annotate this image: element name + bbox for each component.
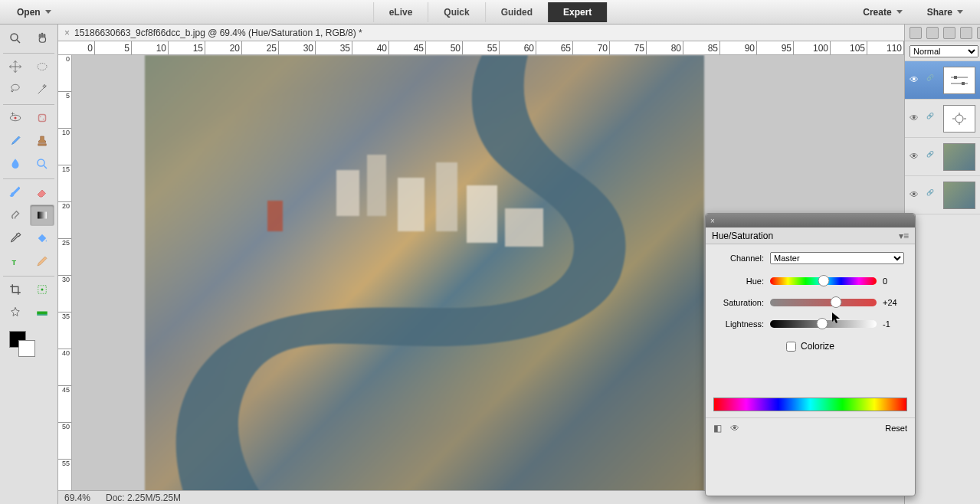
straighten-tool[interactable] (30, 302, 55, 323)
zoom-tool[interactable] (3, 28, 28, 49)
layer-thumbnail[interactable] (943, 105, 975, 133)
lightness-label: Lightness: (716, 319, 764, 329)
layer-thumbnail[interactable] (943, 182, 975, 209)
sponge-tool[interactable] (30, 153, 55, 175)
layer-row[interactable]: 👁🔗⊗Brigh... (905, 100, 980, 138)
photo-image (145, 55, 704, 490)
saturation-slider-thumb[interactable] (831, 296, 842, 308)
layer-row[interactable]: 👁🔗⊗Background🔒 (905, 176, 980, 214)
hand-tool[interactable] (30, 28, 55, 49)
svg-point-14 (41, 289, 43, 291)
visibility-eye-icon[interactable]: 👁 (910, 113, 922, 125)
hue-slider[interactable] (770, 277, 877, 285)
paint-brush-tool[interactable] (3, 182, 28, 203)
mode-tabs: eLive Quick Guided Expert (373, 2, 608, 22)
layer-link-icon[interactable]: 🔗 (926, 189, 939, 201)
layer-row[interactable]: 👁🔗⊗Hue/... (905, 61, 980, 100)
move-tool[interactable] (3, 56, 28, 77)
lasso-tool[interactable] (3, 79, 28, 100)
redeye-tool[interactable]: + (3, 107, 28, 129)
svg-rect-21 (467, 185, 497, 243)
background-color[interactable] (18, 340, 35, 357)
gradient-tool[interactable] (30, 205, 55, 226)
svg-rect-17 (336, 170, 359, 216)
hue-saturation-dialog[interactable]: × Hue/Saturation ▾≡ Channel: Master Hue:… (705, 213, 916, 496)
text-tool[interactable]: T (3, 250, 28, 272)
lightness-slider-thumb[interactable] (817, 318, 828, 329)
blend-mode-select[interactable]: Normal (910, 45, 978, 57)
svg-rect-11 (38, 212, 47, 219)
doc-size: Doc: 2.25M/5.25M (106, 493, 181, 503)
eraser-tool[interactable] (30, 182, 55, 203)
toolbox: + T (0, 25, 58, 504)
layer-thumbnail[interactable] (943, 143, 975, 171)
channel-select[interactable]: Master (770, 252, 904, 264)
cookie-cutter-tool[interactable] (3, 302, 28, 323)
saturation-slider[interactable] (770, 299, 877, 306)
layer-thumbnail[interactable] (943, 67, 975, 94)
saturation-slider-row: Saturation: +24 (716, 298, 904, 307)
spot-heal-tool[interactable] (30, 107, 55, 129)
svg-point-9 (38, 159, 44, 166)
top-menu-bar: Open eLive Quick Guided Expert Create Sh… (0, 0, 980, 25)
paint-bucket-tool[interactable] (30, 227, 55, 249)
visibility-eye-icon[interactable]: 👁 (910, 151, 922, 163)
recompose-tool[interactable] (30, 279, 55, 300)
stamp-tool[interactable] (30, 130, 55, 152)
lightness-value[interactable]: -1 (883, 319, 904, 329)
hue-value[interactable]: 0 (883, 277, 904, 286)
pencil-tool[interactable] (30, 250, 55, 272)
svg-rect-22 (267, 201, 283, 231)
svg-rect-19 (398, 178, 424, 231)
blend-opacity-row: Normal Opacity: 100% (905, 41, 980, 61)
channel-label: Channel: (716, 254, 764, 263)
colorize-checkbox[interactable] (786, 342, 796, 352)
hue-slider-thumb[interactable] (818, 275, 829, 286)
colorize-label: Colorize (801, 341, 834, 352)
share-button[interactable]: Share (918, 4, 972, 21)
create-button[interactable]: Create (854, 4, 911, 21)
lock-icon[interactable] (960, 27, 972, 39)
magic-wand-tool[interactable] (30, 79, 55, 100)
layer-link-icon[interactable]: 🔗 (926, 151, 939, 163)
smudge-tool[interactable] (3, 205, 28, 226)
layer-link-icon[interactable]: 🔗 (926, 74, 939, 87)
mode-tab-guided[interactable]: Guided (485, 2, 548, 22)
close-icon[interactable]: × (710, 217, 715, 225)
visibility-eye-icon[interactable]: 👁 (910, 74, 922, 87)
mode-tab-expert[interactable]: Expert (548, 2, 607, 22)
reset-button[interactable]: Reset (885, 424, 907, 433)
zoom-level[interactable]: 69.4% (64, 493, 90, 503)
dialog-titlebar[interactable]: × (706, 214, 915, 227)
panel-icon[interactable] (943, 27, 955, 39)
panel-menu-icon[interactable]: ▾≡ (899, 231, 909, 241)
lightness-slider-row: Lightness: -1 (716, 319, 904, 329)
saturation-value[interactable]: +24 (883, 298, 904, 307)
dialog-header: Hue/Saturation ▾≡ (706, 227, 915, 244)
eyedropper-tool[interactable] (3, 227, 28, 249)
svg-rect-18 (367, 155, 386, 216)
open-button[interactable]: Open (8, 4, 61, 21)
spectrum-bar[interactable] (713, 398, 907, 411)
close-tab-icon[interactable]: × (64, 28, 70, 38)
eye-icon[interactable]: 👁 (730, 423, 742, 434)
chevron-down-icon (896, 10, 903, 14)
marquee-tool[interactable] (30, 56, 55, 77)
svg-line-10 (44, 165, 47, 169)
layer-link-icon[interactable]: 🔗 (926, 113, 939, 125)
brush-tool[interactable] (3, 130, 28, 152)
clip-icon[interactable]: ◧ (713, 423, 726, 434)
layer-row[interactable]: 👁🔗⊗Layer 1 (905, 138, 980, 176)
lightness-slider[interactable] (770, 320, 877, 328)
panel-icon[interactable] (977, 27, 980, 39)
panel-icon[interactable] (910, 27, 922, 39)
color-swatches[interactable] (3, 331, 54, 362)
visibility-eye-icon[interactable]: 👁 (910, 189, 922, 201)
blur-tool[interactable] (3, 153, 28, 175)
document-tab[interactable]: × 15186630663_9cf8f66dcc_b.jpg @ 69.4% (… (58, 25, 904, 41)
mode-tab-elive[interactable]: eLive (373, 2, 428, 22)
crop-tool[interactable] (3, 279, 28, 300)
svg-rect-27 (962, 82, 965, 85)
panel-icon[interactable] (926, 27, 939, 39)
mode-tab-quick[interactable]: Quick (428, 2, 484, 22)
